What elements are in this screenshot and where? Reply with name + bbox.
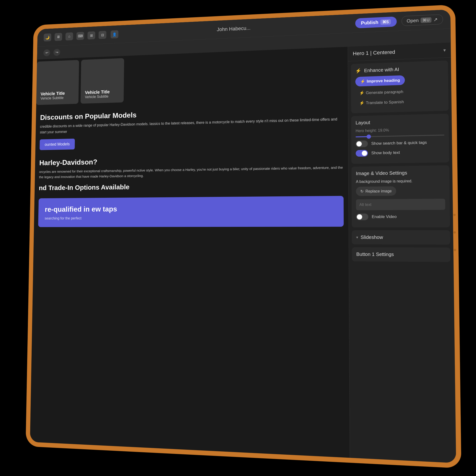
img-required-text: A background image is required. bbox=[356, 178, 445, 184]
refresh-icon: ↻ bbox=[360, 189, 363, 194]
lightning-icon-inactive1: ⚡ bbox=[359, 90, 364, 96]
undo-button[interactable]: ↩ bbox=[43, 49, 50, 56]
panel-title: Hero 1 | Centered bbox=[353, 49, 395, 57]
cta1-button[interactable]: ounted Models bbox=[39, 139, 75, 150]
enable-video-row: Enable Video bbox=[356, 213, 445, 220]
card1-subtitle: Vehicle Subtitle bbox=[40, 96, 74, 101]
enhance-ai-section: ⚡ Enhance with AI ⚡ Improve heading ⚡ Ge… bbox=[351, 60, 449, 113]
blue-cta-section: re-qualified in ew taps searching for th… bbox=[38, 196, 344, 227]
hero-height-label: Hero height: 19.0% bbox=[356, 127, 444, 133]
lightning-icon: ⚡ bbox=[355, 68, 361, 73]
improve-heading-button[interactable]: ⚡ Improve heading bbox=[355, 75, 405, 86]
publish-shortcut: ⌘S bbox=[380, 19, 391, 25]
right-panel: Hero 1 | Centered ▾ ⚡ Enhance with AI ⚡ … bbox=[348, 43, 456, 463]
slideshow-section[interactable]: ▾ Slideshow bbox=[352, 230, 450, 245]
tablet-screen: 🌙 🖥 ⌂ ⌨ ⊞ ⊟ 👤 John Habecu... Publish ⌘S … bbox=[30, 10, 456, 463]
toggle-knob-body bbox=[362, 151, 367, 156]
tablet-frame: 🌙 🖥 ⌂ ⌨ ⊞ ⊟ 👤 John Habecu... Publish ⌘S … bbox=[26, 4, 461, 468]
main-area: Vehicle Title Vehicle Subtitle Vehicle T… bbox=[30, 43, 456, 463]
slideshow-chevron-icon: ▾ bbox=[356, 235, 358, 240]
show-body-toggle[interactable] bbox=[356, 150, 368, 157]
card2-subtitle: Vehicle Subtitle bbox=[85, 94, 119, 99]
button1-section: Button 1 Settings bbox=[352, 247, 450, 262]
toggle-knob-video bbox=[357, 214, 362, 220]
generate-paragraph-button[interactable]: ⚡ Generate paragraph bbox=[355, 87, 407, 97]
website-preview: Vehicle Title Vehicle Subtitle Vehicle T… bbox=[30, 47, 350, 458]
redo-button[interactable]: ↪ bbox=[53, 49, 60, 56]
screw-2 bbox=[453, 231, 456, 234]
screw-3 bbox=[453, 248, 457, 252]
enhance-title: ⚡ Enhance with AI bbox=[355, 65, 444, 74]
person-icon[interactable]: 👤 bbox=[111, 30, 119, 38]
panel-chevron-icon[interactable]: ▾ bbox=[443, 47, 446, 53]
button1-label: Button 1 Settings bbox=[356, 252, 446, 257]
top-icons-left: 🌙 🖥 ⌂ ⌨ ⊞ ⊟ bbox=[44, 31, 106, 41]
vehicle-card-2: Vehicle Title Vehicle Subtitle bbox=[80, 58, 124, 104]
show-search-toggle[interactable] bbox=[356, 140, 368, 147]
show-body-label: Show body text bbox=[371, 150, 400, 155]
image-settings-title: Image & Video Settings bbox=[356, 170, 445, 176]
top-icons-mid: 👤 bbox=[111, 30, 119, 38]
alt-text-input[interactable] bbox=[356, 199, 445, 210]
grid2-icon[interactable]: ⊟ bbox=[99, 31, 106, 39]
external-link-icon: ↗ bbox=[433, 17, 438, 23]
vehicle-card-1: Vehicle Title Vehicle Subtitle bbox=[36, 60, 79, 105]
layout-section: Layout Hero height: 19.0% Show search ba… bbox=[351, 114, 449, 164]
image-video-section: Image & Video Settings A background imag… bbox=[351, 165, 450, 227]
blue-cta-title: re-qualified in ew taps bbox=[45, 203, 336, 214]
replace-image-button[interactable]: ↻ Replace image bbox=[356, 187, 396, 196]
lightning-icon-inactive2: ⚡ bbox=[359, 101, 364, 105]
blue-cta-body: searching for the perfect bbox=[45, 215, 336, 220]
open-shortcut: ⌘U bbox=[421, 17, 432, 23]
slider-thumb bbox=[367, 135, 371, 139]
show-search-label: Show search bar & quick tags bbox=[371, 140, 427, 146]
open-label: Open bbox=[407, 18, 419, 24]
lightning-icon-active: ⚡ bbox=[360, 79, 365, 84]
layout-title: Layout bbox=[356, 118, 444, 126]
show-body-row: Show body text bbox=[356, 149, 444, 157]
publish-label: Publish bbox=[361, 19, 378, 26]
monitor-icon[interactable]: 🖥 bbox=[54, 33, 62, 41]
enable-video-toggle[interactable] bbox=[356, 214, 368, 220]
moon-icon[interactable]: 🌙 bbox=[44, 34, 51, 42]
grid-icon[interactable]: ⊞ bbox=[87, 31, 95, 39]
tablet-screws bbox=[453, 213, 457, 252]
open-button[interactable]: Open ⌘U ↗ bbox=[401, 14, 443, 26]
show-search-row: Show search bar & quick tags bbox=[356, 139, 444, 147]
translate-button[interactable]: ⚡ Translate to Spanish bbox=[355, 97, 408, 108]
toggle-knob-search bbox=[356, 141, 362, 147]
home-icon[interactable]: ⌂ bbox=[66, 32, 73, 40]
hero-height-slider[interactable] bbox=[356, 135, 444, 137]
slideshow-label: Slideshow bbox=[360, 235, 383, 240]
screw-1 bbox=[453, 213, 456, 216]
keyboard-icon[interactable]: ⌨ bbox=[76, 32, 84, 40]
enable-video-label: Enable Video bbox=[372, 214, 396, 219]
publish-button[interactable]: Publish ⌘S bbox=[355, 16, 397, 28]
